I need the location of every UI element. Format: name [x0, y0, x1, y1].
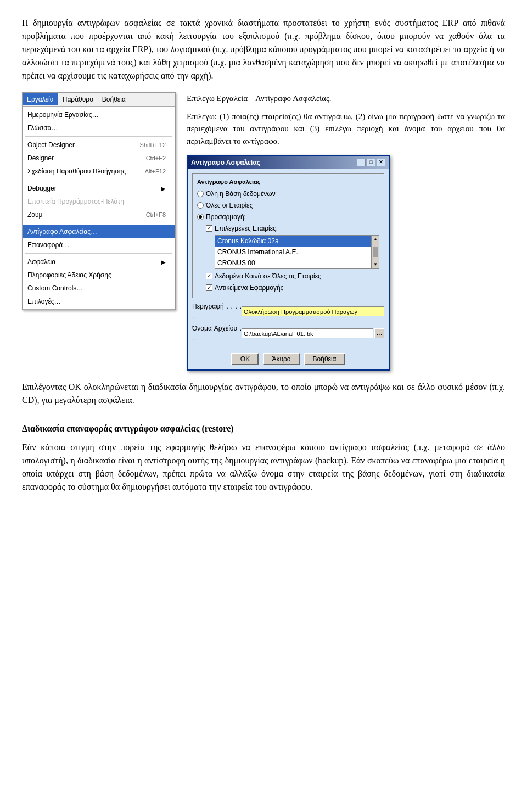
dialog-container: Αντίγραφο Ασφαλείας _ □ ✕ Αντίγραφο Ασφα…	[187, 155, 505, 371]
menu-item-navigation[interactable]: Σχεδίαση Παραθύρου Πλοήγησης Alt+F12	[23, 165, 175, 178]
menu-item-zoom[interactable]: Ζουμ Ctrl+F8	[23, 208, 175, 221]
paragraph-after: Επιλέγοντας ΟΚ ολοκληρώνεται η διαδικασί…	[22, 380, 505, 407]
field-description-label: Περιγραφή . . . . .	[192, 301, 242, 321]
browse-button[interactable]: …	[374, 328, 384, 338]
menu-dropdown: Ημερομηνία Εργασίας… Γλώσσα… Object Desi…	[23, 107, 175, 310]
menu-item-custom-controls[interactable]: Custom Controls…	[23, 282, 175, 295]
radio-circle-companies	[197, 202, 204, 209]
dialog-titlebar: Αντίγραφο Ασφαλείας _ □ ✕	[188, 156, 389, 169]
menu-separator-4	[25, 253, 172, 254]
content-row: Εργαλεία Παράθυρο Βοήθεια Ημερομηνία Εργ…	[22, 92, 505, 371]
menu-item-supervision: Εποπτεία Προγράμματος-Πελάτη	[23, 195, 175, 208]
checkbox-label-companies: Επιλεγμένες Εταιρίες:	[215, 223, 278, 233]
ok-button[interactable]: OK	[231, 353, 259, 365]
paragraph-1: Η δημιουργία αντιγράφων ασφαλείας σε τακ…	[22, 16, 505, 82]
menu-bar: Εργαλεία Παράθυρο Βοήθεια	[23, 93, 175, 107]
dialog-titlebar-buttons: _ □ ✕	[357, 159, 385, 166]
menu-bar-tools[interactable]: Εργαλεία	[23, 93, 58, 105]
checkbox-box-objects	[206, 284, 212, 291]
menu-item-backup[interactable]: Αντίγραφο Ασφαλείας…	[23, 225, 175, 238]
checkbox-common-data[interactable]: Δεδομένα Κοινά σε Όλες τις Εταιρίες	[206, 271, 379, 281]
section-title: Διαδικασία επαναφοράς αντιγράφου ασφαλεί…	[22, 422, 505, 435]
field-description-input[interactable]: Ολοκλήρωση Προγραμματισμού Παραγωγ	[242, 306, 384, 316]
companies-list-container: Cronus Καλώδια 02a CRONUS International …	[215, 235, 379, 269]
radio-circle-all	[197, 191, 204, 197]
checkbox-label-objects: Αντικείμενα Εφαρμογής	[215, 283, 283, 293]
scroll-up-arrow[interactable]: ▲	[373, 236, 378, 243]
dialog-window: Αντίγραφο Ασφαλείας _ □ ✕ Αντίγραφο Ασφα…	[187, 155, 390, 371]
checkbox-objects[interactable]: Αντικείμενα Εφαρμογής	[206, 283, 379, 293]
dialog-group-title: Αντίγραφο Ασφαλείας	[197, 177, 379, 187]
menu-bar-window[interactable]: Παράθυρο	[58, 93, 98, 105]
company-row-0[interactable]: Cronus Καλώδια 02a	[215, 236, 371, 247]
menu-bar-help[interactable]: Βοήθεια	[98, 93, 130, 105]
field-filename-input[interactable]: G:\backup\AL\anal_01.fbk	[242, 328, 373, 338]
radio-all-companies[interactable]: Όλες οι Εταιρίες	[197, 200, 379, 210]
radio-circle-custom	[197, 214, 204, 220]
menu-item-options[interactable]: Επιλογές…	[23, 295, 175, 308]
field-filename-row: Όνομα Αρχείου . . . G:\backup\AL\anal_01…	[192, 323, 384, 343]
scroll-down-arrow[interactable]: ▼	[373, 261, 378, 268]
menu-separator-1	[25, 136, 172, 137]
dialog-group-backup: Αντίγραφο Ασφαλείας Όλη η Βάση δεδομένων…	[192, 173, 384, 298]
menu-item-security[interactable]: Ασφάλεια ▶	[23, 255, 175, 268]
radio-label-custom: Προσαρμογή:	[206, 212, 246, 222]
menu-item-date[interactable]: Ημερομηνία Εργασίας…	[23, 108, 175, 121]
radio-label-all: Όλη η Βάση δεδομένων	[206, 189, 276, 199]
radio-all-database[interactable]: Όλη η Βάση δεδομένων	[197, 189, 379, 199]
list-scrollbar[interactable]: ▲ ▼	[372, 235, 379, 269]
checkbox-box-companies	[206, 225, 212, 232]
companies-listbox[interactable]: Cronus Καλώδια 02a CRONUS International …	[215, 235, 372, 269]
menu-item-debugger[interactable]: Debugger ▶	[23, 182, 175, 195]
dialog-maximize-button[interactable]: □	[367, 159, 375, 166]
field-filename-label: Όνομα Αρχείου . . .	[192, 323, 242, 343]
menu-item-object-designer[interactable]: Object Designer Shift+F12	[23, 138, 175, 152]
menu-item-restore[interactable]: Επαναφορά…	[23, 238, 175, 251]
menu-item-language[interactable]: Γλώσσα…	[23, 121, 175, 135]
paragraph-restore: Εάν κάποια στιγμή στην πορεία της εφαρμο…	[22, 441, 505, 494]
dialog-close-button[interactable]: ✕	[377, 159, 385, 166]
menu-separator-3	[25, 223, 172, 223]
companies-list: Cronus Καλώδια 02a CRONUS International …	[215, 235, 372, 269]
scroll-thumb	[373, 247, 378, 257]
company-row-2[interactable]: CRONUS 00	[215, 257, 371, 268]
right-paragraph-1: Επιλέγω Εργαλεία – Αντίγραφο Ασφαλείας.	[187, 92, 505, 105]
company-row-1[interactable]: CRONUS International A.E.	[215, 247, 371, 257]
right-panel: Επιλέγω Εργαλεία – Αντίγραφο Ασφαλείας. …	[187, 92, 505, 371]
cancel-button[interactable]: Άκυρο	[263, 353, 299, 365]
right-paragraph-2: Επιλέγω: (1) ποια(ες) εταιρεία(ες) θα αν…	[187, 110, 505, 148]
dialog-minimize-button[interactable]: _	[357, 159, 366, 166]
menu-separator-2	[25, 180, 172, 180]
radio-custom[interactable]: Προσαρμογή:	[197, 212, 379, 222]
checkbox-box-common	[206, 273, 212, 279]
field-description-row: Περιγραφή . . . . . Ολοκλήρωση Προγραμμα…	[192, 301, 384, 321]
radio-label-companies: Όλες οι Εταιρίες	[206, 200, 253, 210]
dialog-body: Αντίγραφο Ασφαλείας Όλη η Βάση δεδομένων…	[188, 169, 389, 350]
checkbox-selected-companies[interactable]: Επιλεγμένες Εταιρίες:	[206, 223, 379, 233]
custom-section: Επιλεγμένες Εταιρίες: Cronus Καλώδια 02a…	[206, 223, 379, 293]
checkbox-label-common: Δεδομένα Κοινά σε Όλες τις Εταιρίες	[215, 271, 321, 281]
menu-item-designer[interactable]: Designer Ctrl+F2	[23, 152, 175, 165]
dialog-footer: OK Άκυρο Βοήθεια	[188, 350, 389, 369]
left-panel: Εργαλεία Παράθυρο Βοήθεια Ημερομηνία Εργ…	[22, 92, 176, 310]
menu-item-license[interactable]: Πληροφορίες Άδειας Χρήσης	[23, 268, 175, 282]
help-button[interactable]: Βοήθεια	[304, 353, 345, 365]
dialog-title: Αντίγραφο Ασφαλείας	[191, 158, 260, 167]
menu-window: Εργαλεία Παράθυρο Βοήθεια Ημερομηνία Εργ…	[22, 92, 176, 310]
